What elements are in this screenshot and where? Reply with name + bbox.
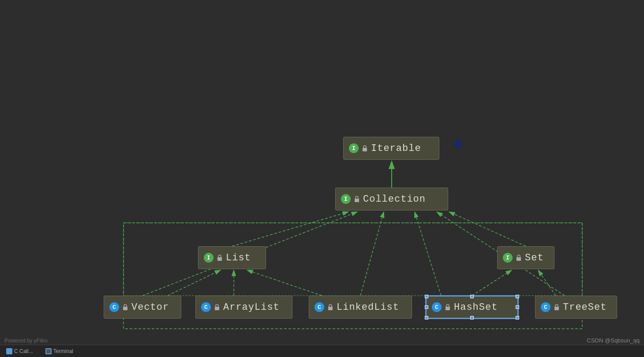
node-label-linkedlist: LinkedList	[337, 302, 399, 313]
handle-bm[interactable]	[470, 316, 474, 319]
node-label-vector: Vector	[131, 302, 169, 313]
interface-icon-iterable: I	[349, 143, 359, 153]
node-label-hashset: HashSet	[454, 302, 498, 313]
node-linkedlist[interactable]: C LinkedList	[309, 296, 412, 319]
node-arraylist[interactable]: C ArrayList	[195, 296, 292, 319]
handle-tm[interactable]	[470, 295, 474, 298]
handle-tr[interactable]	[516, 295, 519, 298]
connection-hashset-collection	[415, 212, 441, 296]
bottom-bar: C Call... Terminal	[0, 345, 644, 357]
lock-icon-linkedlist	[327, 304, 334, 311]
connection-set-collection	[449, 212, 526, 246]
handle-br[interactable]	[516, 316, 519, 319]
terminal-tab-icon	[45, 348, 52, 354]
node-label-iterable: Iterable	[371, 143, 421, 154]
node-set[interactable]: I Set	[497, 246, 554, 269]
class-icon-linkedlist: C	[315, 302, 324, 312]
svg-point-10	[7, 349, 11, 353]
connection-treeset-set	[538, 270, 556, 296]
interface-icon-list: I	[204, 253, 213, 263]
svg-rect-7	[328, 307, 333, 310]
watermark-left: Powered by yFiles	[4, 338, 48, 344]
lock-icon-vector	[122, 304, 129, 311]
node-treeset[interactable]: C TreeSet	[535, 296, 617, 319]
svg-rect-5	[123, 307, 127, 310]
node-list[interactable]: I List	[198, 246, 266, 269]
lock-icon-collection	[353, 195, 360, 203]
connection-linkedlist-collection	[360, 212, 384, 296]
class-icon-treeset: C	[541, 302, 550, 312]
class-icon-vector: C	[109, 302, 119, 312]
watermark-right: CSDN @Sqbsun_qq	[587, 337, 640, 344]
node-collection[interactable]: I Collection	[335, 188, 448, 210]
node-iterable[interactable]: I Iterable	[343, 137, 439, 160]
bottom-tab-terminal-label: Terminal	[53, 348, 73, 354]
lock-icon-iterable	[361, 145, 368, 152]
node-label-treeset: TreeSet	[563, 302, 607, 313]
svg-rect-2	[355, 199, 359, 202]
lock-icon-hashset	[444, 304, 451, 311]
interface-icon-set: I	[503, 253, 513, 263]
node-label-arraylist: ArrayList	[223, 302, 280, 313]
call-tab-icon	[6, 348, 12, 354]
handle-tl[interactable]	[425, 295, 428, 298]
svg-rect-3	[217, 257, 222, 261]
connection-hashset-set	[472, 270, 512, 296]
connection-linkedlist-list	[247, 270, 322, 296]
handle-ml[interactable]	[425, 305, 428, 309]
diagram-canvas[interactable]: I Iterable I Collection I List I Set	[0, 0, 644, 357]
svg-rect-11	[46, 349, 51, 353]
cursor	[453, 140, 462, 149]
node-label-list: List	[226, 252, 251, 263]
interface-icon-collection: I	[341, 194, 351, 204]
lock-icon-list	[216, 254, 223, 261]
connection-vector-list	[168, 270, 221, 296]
svg-rect-9	[554, 307, 559, 310]
node-vector[interactable]: C Vector	[104, 296, 181, 319]
svg-rect-6	[215, 307, 219, 310]
node-hashset[interactable]: C HashSet	[426, 296, 518, 319]
bottom-tab-call-label: C Call...	[14, 348, 33, 354]
bottom-tab-terminal[interactable]: Terminal	[43, 347, 76, 355]
node-label-collection: Collection	[363, 194, 426, 205]
svg-rect-4	[517, 257, 521, 261]
svg-rect-1	[363, 148, 367, 151]
connection-list-collection	[232, 212, 348, 246]
class-icon-hashset: C	[432, 302, 442, 312]
lock-icon-set	[515, 254, 522, 261]
handle-bl[interactable]	[425, 316, 428, 319]
lock-icon-treeset	[553, 304, 560, 311]
handle-mr[interactable]	[516, 305, 519, 309]
class-icon-arraylist: C	[201, 302, 211, 312]
lock-icon-arraylist	[213, 304, 221, 311]
bottom-tab-call[interactable]: C Call...	[4, 347, 36, 355]
node-label-set: Set	[525, 252, 544, 263]
svg-rect-8	[446, 307, 450, 310]
